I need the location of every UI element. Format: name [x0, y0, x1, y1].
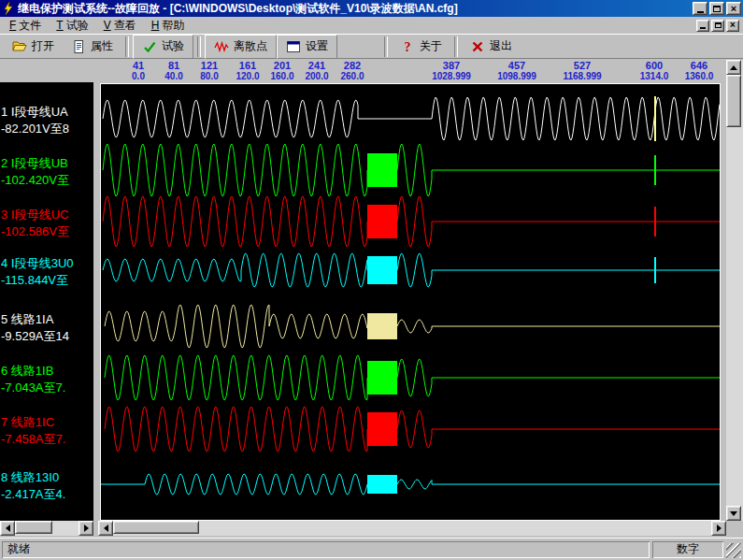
vertical-scrollbar[interactable] — [726, 60, 743, 521]
channel-name: 2 Ⅰ段母线UB — [1, 155, 93, 172]
fault-block-channel-3 — [367, 205, 397, 238]
waveform-channel-3 — [103, 196, 720, 247]
channel-range: -7.043A至7. — [1, 380, 93, 396]
arrow-right-icon — [717, 524, 722, 532]
close-icon: × — [731, 4, 736, 13]
channel-name: 1 Ⅰ段母线UA — [1, 104, 93, 121]
num-lock-label: 数字 — [677, 541, 699, 557]
channel-range: -82.201V至8 — [1, 121, 93, 137]
channel-range: -115.844V至 — [1, 272, 93, 289]
ruler-time-label: 1098.999 — [484, 71, 550, 81]
toolbar-button-props[interactable]: 属性 — [63, 36, 121, 58]
waveform-canvas[interactable] — [101, 84, 720, 520]
toolbar: 打开属性试验离散点设置?关于退出 — [0, 34, 743, 59]
channel-label-8: 8 线路13I0-2.417A至4. — [1, 469, 93, 503]
test-icon — [142, 39, 157, 54]
about-icon: ? — [400, 39, 415, 54]
mdi-restore-icon — [715, 22, 722, 28]
waveform-channel-5 — [105, 305, 720, 348]
mdi-minimize-button[interactable] — [696, 20, 709, 32]
channel-name: 5 线路1IA — [1, 311, 93, 328]
ruler-tick-457: 4571098.999 — [484, 61, 550, 81]
toolbar-button-label: 离散点 — [234, 38, 267, 54]
menu-item-h[interactable]: H帮助 — [144, 17, 193, 35]
exit-icon — [470, 39, 485, 54]
close-button[interactable]: × — [726, 2, 741, 15]
maximize-button[interactable] — [709, 2, 724, 15]
fault-block-channel-2 — [367, 153, 397, 187]
menu-item-v[interactable]: V查看 — [96, 17, 144, 35]
toolbar-button-label: 属性 — [91, 38, 113, 54]
statusbar: 就绪 数字 — [0, 538, 743, 560]
channel-name: 7 线路1IC — [1, 414, 93, 431]
mdi-minimize-icon — [700, 27, 706, 29]
channel-label-1: 1 Ⅰ段母线UA-82.201V至8 — [1, 104, 93, 137]
fault-block-channel-8 — [367, 475, 397, 494]
fault-block-channel-7 — [367, 412, 397, 446]
toolbar-button-test[interactable]: 试验 — [133, 35, 193, 59]
ruler-sample-label: 527 — [550, 61, 615, 71]
mdi-close-icon: × — [730, 21, 736, 30]
cursor-marker-channel-2 — [654, 155, 656, 185]
channel-label-2: 2 Ⅰ段母线UB-102.420V至 — [1, 155, 93, 189]
fault-block-channel-5 — [367, 313, 397, 339]
waveform-plot[interactable] — [100, 83, 721, 521]
plot-horizontal-scroll-thumb[interactable] — [113, 521, 199, 534]
plot-scroll-left-button[interactable] — [98, 521, 113, 536]
resize-grip[interactable] — [726, 543, 741, 558]
arrow-left-icon — [6, 524, 10, 532]
channel-name: 6 线路1IB — [1, 363, 93, 380]
arrow-down-icon — [730, 511, 737, 516]
channel-label-5: 5 线路1IA-9.529A至14 — [1, 311, 93, 345]
channel-name: 4 Ⅰ段母线3U0 — [1, 255, 93, 272]
sidebar-horizontal-scroll-track[interactable] — [15, 521, 79, 536]
toolbar-button-open[interactable]: 打开 — [4, 36, 63, 58]
channel-label-4: 4 Ⅰ段母线3U0-115.844V至 — [1, 255, 93, 289]
ruler-time-label: 1168.999 — [550, 71, 615, 81]
plot-horizontal-scroll-track[interactable] — [113, 521, 711, 536]
vertical-scroll-track[interactable] — [726, 75, 743, 506]
waveform-channel-6 — [105, 355, 720, 400]
channel-range: -2.417A至4. — [1, 486, 93, 503]
app-icon[interactable] — [2, 2, 15, 15]
scroll-down-button[interactable] — [726, 506, 741, 521]
toolbar-button-discrete[interactable]: 离散点 — [205, 35, 277, 59]
ruler-tick-282: 282260.0 — [320, 61, 385, 81]
sidebar-scroll-left-button[interactable] — [0, 521, 15, 536]
ruler-time-label: 1360.0 — [666, 71, 732, 81]
cursor-marker-channel-4 — [654, 257, 656, 283]
sidebar-horizontal-scroll-thumb[interactable] — [15, 521, 52, 534]
sidebar-scroll-right-button[interactable] — [79, 521, 93, 536]
channel-range: -9.529A至14 — [1, 328, 93, 345]
toolbar-spacer — [337, 46, 380, 47]
toolbar-separator — [125, 36, 129, 57]
menu-item-t[interactable]: T试验 — [49, 17, 95, 35]
maximize-icon — [713, 6, 721, 12]
mdi-close-button[interactable]: × — [726, 20, 739, 32]
scroll-up-button[interactable] — [726, 60, 741, 75]
toolbar-button-label: 退出 — [490, 38, 512, 54]
channel-range: -7.458A至7. — [1, 431, 93, 448]
vertical-scroll-thumb[interactable] — [726, 75, 741, 127]
toolbar-button-settings[interactable]: 设置 — [277, 35, 337, 59]
ruler-tick-387: 3871028.999 — [419, 61, 484, 81]
channel-range: -102.420V至 — [1, 172, 93, 189]
menubar-items: F文件T试验V查看H帮助 — [2, 17, 696, 35]
properties-icon — [71, 39, 86, 54]
toolbar-button-exit[interactable]: 退出 — [462, 36, 521, 58]
ruler-tick-646: 6461360.0 — [666, 61, 732, 81]
mdi-restore-button[interactable] — [711, 20, 724, 32]
plot-horizontal-scrollbar[interactable] — [98, 521, 726, 536]
plot-scroll-right-button[interactable] — [711, 521, 726, 536]
menu-item-f[interactable]: F文件 — [2, 17, 49, 35]
channel-name: 8 线路13I0 — [1, 469, 93, 486]
ruler-sample-label: 646 — [666, 61, 732, 71]
sidebar-horizontal-scrollbar[interactable] — [0, 521, 93, 536]
ruler-tick-527: 5271168.999 — [550, 61, 615, 81]
channel-label-6: 6 线路1IB-7.043A至7. — [1, 363, 93, 396]
arrow-left-icon — [104, 524, 108, 532]
minimize-button[interactable] — [693, 2, 707, 15]
fault-block-channel-6 — [367, 361, 397, 395]
svg-text:?: ? — [405, 40, 411, 54]
toolbar-button-about[interactable]: ?关于 — [392, 36, 450, 58]
